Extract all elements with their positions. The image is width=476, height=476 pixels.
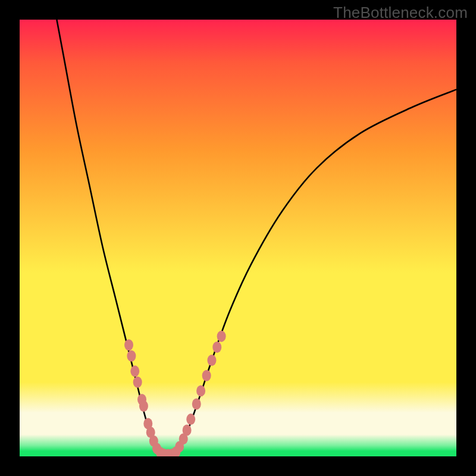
curve-marker — [192, 398, 201, 409]
curve-marker — [202, 370, 211, 381]
bottleneck-curve — [57, 20, 456, 455]
chart-frame: TheBottleneck.com — [0, 0, 476, 476]
curve-marker — [127, 350, 136, 362]
curve-marker — [130, 365, 139, 377]
curve-marker — [207, 355, 216, 366]
curve-marker — [186, 414, 195, 425]
watermark-text: TheBottleneck.com — [333, 4, 468, 22]
curve-marker — [217, 331, 226, 342]
plot-area — [20, 20, 456, 456]
curve-marker — [139, 400, 148, 412]
curve-marker — [133, 377, 142, 388]
curve-marker — [183, 424, 192, 436]
curve-marker — [212, 342, 221, 353]
curve-marker — [124, 339, 133, 350]
curve-layer — [20, 20, 456, 456]
curve-marker — [196, 385, 205, 396]
